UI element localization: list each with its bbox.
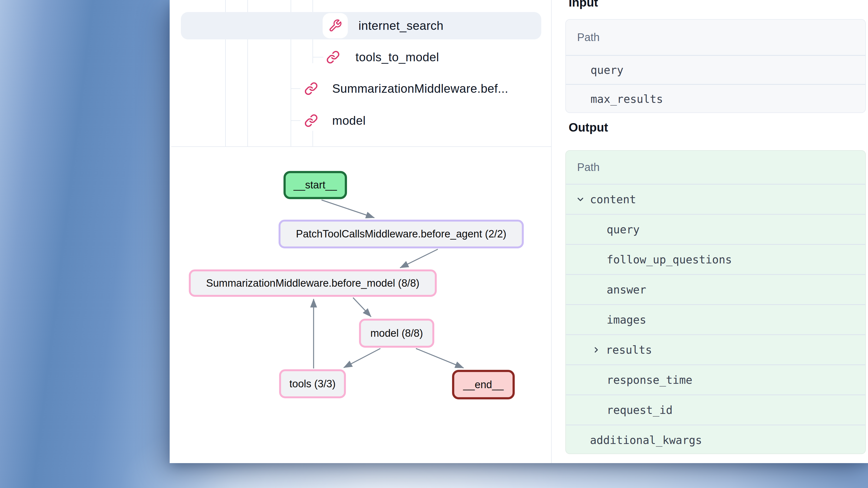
graph-node-tools[interactable]: tools (3/3) bbox=[279, 369, 346, 398]
graph-node-patch-tool-calls[interactable]: PatchToolCallsMiddleware.before_agent (2… bbox=[279, 220, 524, 248]
path-row-label: query bbox=[607, 223, 640, 236]
path-row-label: images bbox=[607, 314, 646, 326]
link-icon bbox=[326, 50, 340, 64]
input-section-title: Input bbox=[569, 0, 598, 9]
path-row-max-results[interactable]: max_results bbox=[566, 84, 865, 113]
path-row-query[interactable]: query bbox=[566, 214, 865, 244]
path-row-label: additional_kwargs bbox=[590, 434, 702, 447]
path-row-results[interactable]: results bbox=[566, 334, 865, 364]
path-row-response-time[interactable]: response_time bbox=[566, 364, 865, 394]
graph-node-model[interactable]: model (8/8) bbox=[359, 319, 434, 348]
path-column-header: Path bbox=[566, 151, 865, 184]
tree-item-label: model bbox=[332, 114, 366, 127]
tree-item-internet-search[interactable]: internet_search bbox=[322, 13, 443, 38]
tree-connector bbox=[290, 120, 301, 121]
chevron-down-icon[interactable] bbox=[574, 195, 587, 204]
path-row-query[interactable]: query bbox=[566, 55, 865, 84]
graph-node-label: __start__ bbox=[293, 179, 337, 191]
path-row-images[interactable]: images bbox=[566, 304, 865, 334]
graph-canvas[interactable]: __start__ PatchToolCallsMiddleware.befor… bbox=[170, 147, 551, 463]
graph-node-start[interactable]: __start__ bbox=[283, 171, 347, 199]
link-icon bbox=[304, 82, 318, 95]
tree-item-summarization-middleware[interactable]: SummarizationMiddleware.bef... bbox=[304, 82, 508, 95]
input-path-table: Path query max_results bbox=[565, 19, 866, 113]
path-row-request-id[interactable]: request_id bbox=[566, 394, 865, 425]
path-row-answer[interactable]: answer bbox=[566, 274, 865, 304]
graph-edges bbox=[170, 147, 551, 463]
path-row-label: answer bbox=[607, 283, 646, 296]
graph-node-label: tools (3/3) bbox=[289, 378, 336, 390]
path-row-label: max_results bbox=[591, 93, 663, 105]
chevron-right-icon[interactable] bbox=[590, 346, 602, 354]
path-row-label: request_id bbox=[607, 404, 673, 416]
tree-connector bbox=[312, 57, 323, 58]
tree-item-label: tools_to_model bbox=[355, 50, 439, 64]
path-row-additional-kwargs[interactable]: additional_kwargs bbox=[566, 425, 865, 454]
path-row-label: follow_up_questions bbox=[607, 253, 732, 266]
graph-node-label: SummarizationMiddleware.before_model (8/… bbox=[206, 278, 419, 289]
tree-item-tools-to-model[interactable]: tools_to_model bbox=[326, 51, 439, 64]
graph-node-label: model (8/8) bbox=[370, 327, 423, 339]
path-row-label: results bbox=[606, 344, 652, 356]
link-icon bbox=[304, 114, 318, 127]
trace-tree: internet_search tools_to_model Summariza… bbox=[170, 0, 551, 147]
tree-item-label: SummarizationMiddleware.bef... bbox=[332, 82, 508, 95]
path-row-content[interactable]: content bbox=[566, 184, 865, 214]
io-panel: Input Path query max_results Output Path… bbox=[552, 0, 868, 463]
wrench-icon bbox=[329, 19, 342, 33]
tree-guide-line bbox=[312, 131, 313, 147]
graph-node-end[interactable]: __end__ bbox=[452, 370, 515, 399]
output-section-title: Output bbox=[569, 121, 608, 134]
tree-connector bbox=[290, 88, 301, 89]
tree-item-model[interactable]: model bbox=[304, 114, 366, 127]
tree-item-label: internet_search bbox=[359, 19, 443, 33]
path-row-label: query bbox=[591, 64, 623, 76]
path-row-label: content bbox=[590, 193, 636, 206]
trace-window: internet_search tools_to_model Summariza… bbox=[170, 0, 868, 463]
graph-node-label: PatchToolCallsMiddleware.before_agent (2… bbox=[296, 228, 506, 240]
tool-icon-chip bbox=[322, 13, 348, 38]
path-column-header: Path bbox=[566, 20, 865, 55]
path-row-follow-up-questions[interactable]: follow_up_questions bbox=[566, 244, 865, 274]
path-row-label: response_time bbox=[607, 373, 692, 386]
graph-node-summarization[interactable]: SummarizationMiddleware.before_model (8/… bbox=[189, 269, 437, 297]
graph-node-label: __end__ bbox=[463, 379, 504, 391]
output-path-table: Path content query follow_up_questions a… bbox=[565, 150, 866, 454]
